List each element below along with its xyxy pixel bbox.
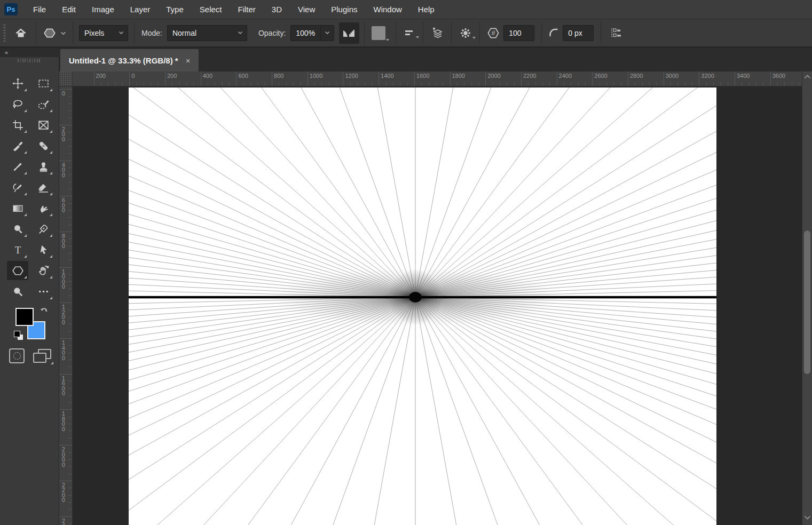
horizontal-ruler[interactable]: 2000200400600800100012001400160018002000… — [73, 71, 802, 86]
vruler-tick — [68, 424, 72, 424]
menu-window[interactable]: Window — [365, 0, 409, 19]
zoom-tool[interactable] — [7, 282, 28, 301]
scroll-up-button[interactable] — [802, 75, 812, 79]
more-tools[interactable] — [33, 282, 54, 301]
chevron-down-icon — [238, 31, 243, 35]
foreground-color-swatch[interactable] — [15, 308, 34, 326]
path-selection-tool[interactable] — [33, 240, 54, 259]
vruler-tick — [68, 225, 72, 225]
menu-select[interactable]: Select — [192, 0, 230, 19]
dodge-tool[interactable] — [7, 219, 28, 238]
constraints-button[interactable] — [609, 26, 622, 40]
menu-image[interactable]: Image — [84, 0, 122, 19]
sides-input[interactable]: 100 — [503, 25, 534, 41]
hruler-tick — [201, 71, 201, 86]
hruler-tick — [300, 82, 301, 85]
hruler-tick — [186, 82, 187, 85]
type-tool[interactable]: T — [7, 240, 28, 259]
vruler-tick — [68, 523, 72, 524]
object-selection-tool[interactable] — [33, 94, 54, 114]
swap-colors-icon[interactable] — [38, 306, 50, 317]
photoshop-logo[interactable]: Ps — [4, 3, 18, 15]
vruler-tick — [59, 481, 73, 481]
menu-edit[interactable]: Edit — [54, 0, 84, 19]
close-tab-icon[interactable]: × — [186, 56, 191, 65]
menu-file[interactable]: File — [25, 0, 54, 19]
document-tab[interactable]: Untitled-1 @ 33.3% (RGB/8) * × — [60, 49, 199, 71]
hruler-tick — [158, 82, 159, 85]
hruler-tick — [478, 82, 479, 85]
hruler-tick — [243, 82, 244, 85]
document-canvas[interactable] — [129, 88, 716, 525]
clone-stamp-tool[interactable] — [33, 157, 54, 176]
eyedropper-tool[interactable] — [7, 136, 28, 155]
default-colors-icon[interactable] — [14, 331, 25, 341]
menu-plugins[interactable]: Plugins — [323, 0, 365, 19]
hruler-label: 800 — [274, 73, 283, 79]
crop-tool[interactable] — [7, 115, 28, 134]
hruler-tick — [592, 71, 593, 86]
mode-select[interactable]: Normal — [167, 25, 247, 41]
brush-tool[interactable] — [7, 157, 28, 176]
menu-type[interactable]: Type — [158, 0, 192, 19]
document-tab-bar: Untitled-1 @ 33.3% (RGB/8) * × — [59, 48, 812, 71]
sides-icon-wrap: # — [486, 26, 501, 41]
hruler-tick — [137, 82, 137, 85]
hash-symbol: # — [492, 29, 496, 37]
corner-radius-input[interactable]: 0 px — [563, 25, 594, 41]
vertical-ruler[interactable]: 02 0 04 0 06 0 08 0 01 0 0 01 2 0 01 4 0… — [59, 86, 73, 525]
hruler-tick — [742, 82, 742, 85]
options-grip[interactable] — [3, 25, 6, 42]
menu-3d[interactable]: 3D — [264, 0, 290, 19]
tool-preset-button[interactable] — [43, 26, 66, 40]
fill-mode-select[interactable]: Pixels — [79, 25, 128, 41]
frame-tool[interactable] — [33, 115, 54, 134]
scroll-down-button[interactable] — [802, 515, 812, 520]
vruler-tick — [68, 310, 72, 311]
hruler-tick — [799, 82, 799, 85]
fill-color-swatch[interactable] — [372, 26, 385, 40]
scrollbar-thumb[interactable] — [804, 230, 810, 374]
hruler-label: 1200 — [345, 73, 358, 79]
home-button[interactable] — [14, 27, 27, 39]
marquee-tool[interactable] — [33, 74, 54, 93]
menu-filter[interactable]: Filter — [230, 0, 264, 19]
menu-layer[interactable]: Layer — [122, 0, 159, 19]
polygon-tool[interactable] — [7, 261, 28, 280]
lasso-tool[interactable] — [7, 94, 28, 114]
ruler-origin-corner[interactable] — [59, 71, 73, 86]
quick-mask-button[interactable] — [9, 348, 25, 363]
healing-brush-tool[interactable] — [33, 136, 54, 155]
history-brush-tool[interactable] — [7, 178, 28, 197]
hruler-tick — [208, 82, 208, 85]
arrange-button[interactable] — [430, 26, 445, 41]
canvas-viewport[interactable] — [73, 86, 802, 525]
hand-tool[interactable] — [33, 261, 54, 280]
gradient-tool-icon — [11, 202, 25, 215]
geometry-options-button[interactable] — [459, 26, 472, 40]
hruler-tick — [564, 82, 564, 85]
pen-tool-icon — [37, 222, 50, 236]
corner-radius-icon-wrap — [548, 27, 561, 39]
tools-panel-grip[interactable] — [18, 59, 41, 62]
hruler-tick — [372, 82, 372, 85]
menu-help[interactable]: Help — [410, 0, 443, 19]
opacity-select[interactable]: 100% — [290, 25, 334, 41]
eraser-tool[interactable] — [33, 178, 54, 197]
vruler-tick — [68, 502, 72, 503]
hruler-tick — [357, 82, 358, 85]
anti-alias-toggle[interactable] — [339, 22, 359, 44]
smudge-tool[interactable] — [33, 198, 54, 218]
hruler-tick — [621, 82, 621, 85]
pen-tool[interactable] — [33, 219, 54, 238]
hruler-tick — [549, 82, 550, 85]
menu-view[interactable]: View — [290, 0, 323, 19]
align-button[interactable] — [403, 27, 416, 39]
gradient-tool[interactable] — [7, 198, 28, 218]
screen-mode-button[interactable] — [33, 348, 51, 363]
collapse-panel-button[interactable]: « — [0, 48, 59, 57]
hruler-tick — [165, 71, 165, 86]
move-tool[interactable] — [7, 74, 28, 93]
zoom-tool-icon — [11, 285, 25, 298]
vertical-scrollbar[interactable] — [802, 71, 812, 525]
